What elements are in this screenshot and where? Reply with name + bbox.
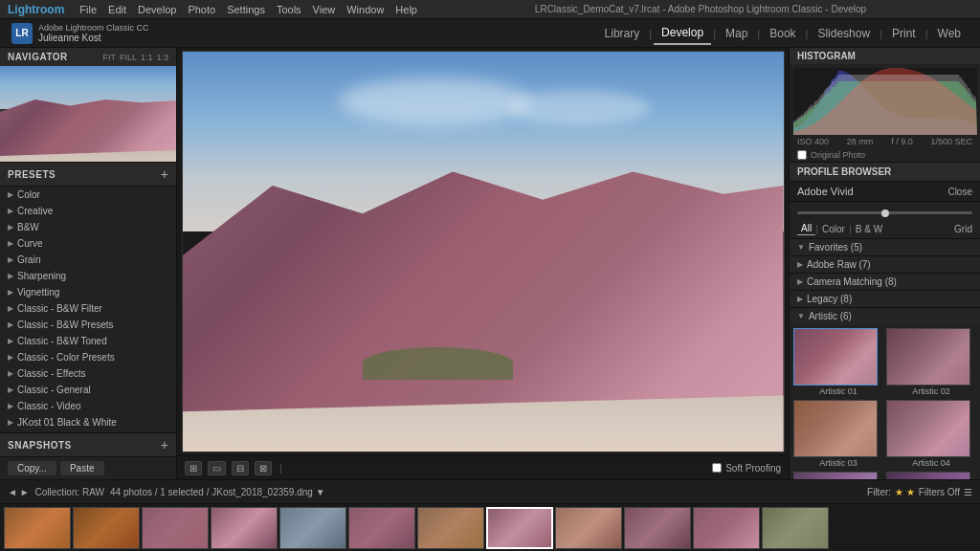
film-thumb-0[interactable]	[4, 507, 71, 549]
original-photo-checkbox[interactable]	[797, 150, 807, 160]
filter-options-button[interactable]: ☰	[964, 487, 972, 497]
preset-group-header-13[interactable]: ▶ Classic - Video	[0, 398, 176, 414]
menu-tools[interactable]: Tools	[277, 4, 301, 15]
module-web[interactable]: Web	[930, 23, 969, 44]
profile-section-header-2[interactable]: ▶ Camera Matching (8)	[790, 274, 980, 290]
app-name-label: Adobe Lightroom Classic CC	[38, 23, 149, 33]
stat-shutter: 1/500 SEC	[930, 137, 972, 146]
film-thumb-img-4	[280, 508, 345, 548]
film-thumb-9[interactable]	[624, 507, 691, 549]
tab-bw[interactable]: B & W	[852, 223, 886, 235]
preset-arrow-14: ▶	[8, 418, 13, 427]
menu-window[interactable]: Window	[346, 4, 384, 15]
profile-section-header-4[interactable]: ▼ Artistic (6)	[790, 308, 980, 324]
menu-photo[interactable]: Photo	[188, 4, 215, 15]
tab-color[interactable]: Color	[818, 223, 849, 235]
nav-arrows[interactable]: ◄ ►	[8, 487, 30, 497]
module-slideshow[interactable]: Slideshow	[810, 23, 878, 44]
preset-group-7: ▶ Classic - B&W Filter	[0, 300, 176, 317]
menu-edit[interactable]: Edit	[108, 4, 126, 15]
film-thumb-img-2	[143, 508, 208, 548]
zoom-1to3[interactable]: 1:3	[156, 53, 168, 62]
view-survey-button[interactable]: ⊠	[255, 461, 272, 475]
film-thumb-7[interactable]	[486, 507, 553, 549]
navigator-image[interactable]	[0, 66, 176, 162]
film-thumb-1[interactable]	[73, 507, 140, 549]
module-print[interactable]: Print	[884, 23, 924, 44]
preset-group-header-2[interactable]: ▶ B&W	[0, 219, 176, 235]
menu-settings[interactable]: Settings	[227, 4, 265, 15]
preset-group-header-1[interactable]: ▶ Creative	[0, 203, 176, 219]
preset-group-header-4[interactable]: ▶ Grain	[0, 252, 176, 268]
film-thumb-8[interactable]	[555, 507, 622, 549]
view-before-after-button[interactable]: ⊟	[232, 461, 249, 475]
film-thumb-4[interactable]	[279, 507, 346, 549]
snapshot-paste-button[interactable]: Paste	[60, 461, 104, 475]
preset-group-header-10[interactable]: ▶ Classic - Color Presets	[0, 349, 176, 365]
module-library[interactable]: Library	[597, 23, 648, 44]
nav-bar: LR Adobe Lightroom Classic CC Julieanne …	[0, 19, 980, 48]
presets-header[interactable]: Presets +	[0, 163, 176, 187]
preset-group-name-13: Classic - Video	[17, 401, 81, 411]
profile-thumb-4-4[interactable]: Artistic 05	[793, 472, 883, 479]
preset-group-2: ▶ B&W	[0, 219, 176, 235]
zoom-fill[interactable]: FILL	[120, 53, 137, 62]
profile-slider-input[interactable]	[797, 211, 972, 214]
module-map[interactable]: Map	[718, 23, 755, 44]
film-thumb-6[interactable]	[417, 507, 484, 549]
film-thumb-3[interactable]	[211, 507, 278, 549]
histogram-header[interactable]: Histogram	[790, 48, 980, 64]
presets-add-button[interactable]: +	[161, 166, 168, 182]
profile-section-1: ▶ Adobe Raw (7)	[790, 256, 980, 274]
menu-view[interactable]: View	[313, 4, 336, 15]
profile-section-header-3[interactable]: ▶ Legacy (8)	[790, 291, 980, 307]
profile-browser-header[interactable]: Profile Browser	[790, 163, 980, 182]
preset-group-header-7[interactable]: ▶ Classic - B&W Filter	[0, 300, 176, 317]
preset-group-header-3[interactable]: ▶ Curve	[0, 235, 176, 252]
zoom-1to1[interactable]: 1:1	[141, 53, 153, 62]
view-grid-button[interactable]: ⊞	[185, 461, 202, 475]
profile-thumb-4-2[interactable]: Artistic 03	[793, 400, 883, 469]
film-thumb-5[interactable]	[348, 507, 415, 549]
tab-all[interactable]: All	[797, 222, 815, 235]
preset-group-header-9[interactable]: ▶ Classic - B&W Toned	[0, 333, 176, 349]
profile-thumb-4-3[interactable]: Artistic 04	[886, 400, 976, 469]
profile-amount-slider	[790, 202, 980, 219]
profile-thumb-4-1[interactable]: Artistic 02	[886, 328, 976, 397]
profile-browser-close-button[interactable]: Close	[947, 187, 972, 197]
zoom-fit[interactable]: FIT	[102, 53, 116, 62]
profile-thumb-img-4-2	[793, 400, 878, 457]
menu-help[interactable]: Help	[395, 4, 417, 15]
module-book[interactable]: Book	[762, 23, 803, 44]
menu-develop[interactable]: Develop	[138, 4, 176, 15]
preset-group-header-14[interactable]: ▶ JKost 01 Black & White	[0, 414, 176, 430]
profile-grid-4: Artistic 01 Artistic 02 Artistic 03 Ar	[790, 324, 980, 479]
preset-group-header-11[interactable]: ▶ Classic - Effects	[0, 365, 176, 382]
preset-group-name-4: Grain	[17, 254, 40, 265]
film-thumb-2[interactable]	[142, 507, 209, 549]
film-thumb-11[interactable]	[762, 507, 829, 549]
snapshots-header[interactable]: Snapshots +	[0, 433, 176, 457]
view-loupe-button[interactable]: ▭	[208, 461, 226, 475]
film-thumb-10[interactable]	[693, 507, 760, 549]
main-image[interactable]	[182, 51, 785, 452]
snapshot-copy-button[interactable]: Copy...	[8, 461, 56, 475]
profile-thumb-4-5[interactable]: Artistic 06	[886, 472, 976, 479]
preset-group-header-8[interactable]: ▶ Classic - B&W Presets	[0, 317, 176, 333]
profile-section-2: ▶ Camera Matching (8)	[790, 274, 980, 291]
profile-section-header-0[interactable]: ▼ Favorites (5)	[790, 239, 980, 255]
preset-group-header-6[interactable]: ▶ Vignetting	[0, 284, 176, 300]
navigator-header[interactable]: Navigator FIT FILL 1:1 1:3	[0, 48, 176, 66]
menu-file[interactable]: File	[79, 4, 97, 15]
preset-group-header-0[interactable]: ▶ Color	[0, 187, 176, 203]
module-develop[interactable]: Develop	[654, 22, 711, 45]
snapshots-add-button[interactable]: +	[161, 437, 168, 452]
profile-grid-button[interactable]: Grid	[954, 224, 972, 234]
star-filter[interactable]: ★ ★	[895, 487, 915, 497]
profile-section-header-1[interactable]: ▶ Adobe Raw (7)	[790, 256, 980, 273]
profile-thumb-4-0[interactable]: Artistic 01	[793, 328, 883, 397]
soft-proofing-checkbox[interactable]	[712, 463, 722, 473]
preset-group-header-12[interactable]: ▶ Classic - General	[0, 382, 176, 398]
main-area: Navigator FIT FILL 1:1 1:3 Pre	[0, 48, 980, 479]
preset-group-header-5[interactable]: ▶ Sharpening	[0, 268, 176, 284]
